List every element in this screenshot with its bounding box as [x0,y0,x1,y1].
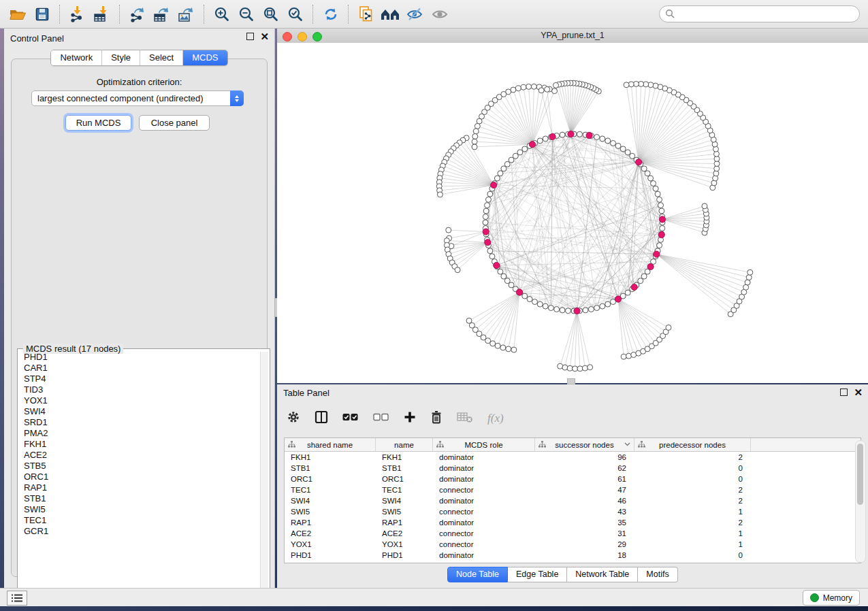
refresh-layout-button[interactable] [321,4,341,24]
mcds-hub-node[interactable] [529,142,535,148]
graph-node[interactable] [472,144,477,150]
import-network-button[interactable] [67,4,88,24]
table-row[interactable]: SWI4SWI4dominator462 [285,495,861,506]
graph-node[interactable] [653,186,658,191]
tab-edge-table[interactable]: Edge Table [508,567,567,582]
column-header-name[interactable]: name [376,438,433,451]
graph-node[interactable] [660,226,665,231]
export-network-button[interactable] [127,4,148,24]
mcds-result-item[interactable]: STB1 [19,493,260,504]
graph-node[interactable] [543,303,548,309]
float-panel-icon[interactable] [246,33,254,40]
mcds-hub-node[interactable] [615,296,621,302]
graph-node[interactable] [577,131,583,137]
graph-node[interactable] [625,150,630,155]
graph-node[interactable] [511,347,517,352]
clone-network-button[interactable] [356,4,376,24]
open-session-button[interactable] [7,4,28,24]
table-row[interactable]: ORC1ORC1dominator610 [285,474,861,484]
mcds-result-item[interactable]: RAP1 [19,482,260,493]
graph-node[interactable] [610,140,615,146]
graph-node[interactable] [638,278,643,284]
graph-node[interactable] [543,136,548,142]
graph-node[interactable] [621,354,626,359]
tab-node-table[interactable]: Node Table [447,567,508,582]
mcds-hub-node[interactable] [494,262,500,268]
graph-node[interactable] [513,153,518,159]
criterion-dropdown[interactable]: largest connected component (undirected) [31,90,244,106]
graph-node[interactable] [498,269,503,274]
first-neighbors-button[interactable] [381,4,401,24]
search-input[interactable] [675,9,859,20]
table-row[interactable]: TEC1TEC1connector472 [285,484,861,495]
mcds-result-item[interactable]: ORC1 [19,472,260,482]
graph-node[interactable] [472,133,478,139]
graph-node[interactable] [651,181,656,186]
graph-node[interactable] [624,82,629,88]
graph-node[interactable] [625,290,630,295]
graph-node[interactable] [537,138,543,144]
graph-node[interactable] [483,220,488,225]
graph-node[interactable] [485,197,491,202]
zoom-out-button[interactable] [236,4,257,24]
graph-node[interactable] [558,363,563,369]
table-row[interactable]: STB1STB1dominator620 [285,463,861,474]
graph-node[interactable] [560,132,565,137]
graph-node[interactable] [517,150,523,155]
mcds-result-item[interactable]: TEC1 [19,515,260,526]
column-header-successor-nodes[interactable]: successor nodes [535,438,634,451]
graph-node[interactable] [509,157,514,163]
mcds-hub-node[interactable] [574,308,580,314]
mcds-hub-node[interactable] [635,159,641,165]
graph-node[interactable] [515,86,521,91]
column-settings-button[interactable] [287,410,300,427]
function-builder-button[interactable]: f(x) [487,412,504,425]
graph-node[interactable] [594,134,600,139]
mcds-result-item[interactable]: SRD1 [19,417,260,428]
mcds-result-item[interactable]: SWI5 [19,504,260,515]
graph-node[interactable] [658,203,664,208]
graph-node[interactable] [554,307,560,312]
deselect-all-button[interactable] [373,412,389,425]
graph-node[interactable] [748,269,753,275]
node-table[interactable]: shared namenameMCDS rolesuccessor nodesp… [284,437,861,563]
mcds-hub-node[interactable] [658,231,664,237]
graph-node[interactable] [483,208,489,214]
task-history-button[interactable] [7,591,27,606]
graph-node[interactable] [659,208,664,214]
graph-node[interactable] [648,176,654,181]
mcds-hub-node[interactable] [659,216,665,222]
network-window-titlebar[interactable]: YPA_prune.txt_1 [277,29,868,44]
graph-node[interactable] [531,84,536,89]
network-canvas[interactable] [277,43,868,383]
graph-node[interactable] [666,325,671,330]
horizontal-splitter-handle[interactable] [567,378,575,384]
tab-network-table[interactable]: Network Table [567,567,638,582]
graph-node[interactable] [588,365,593,370]
graph-node[interactable] [548,306,553,311]
graph-node[interactable] [501,166,507,171]
table-row[interactable]: RAP1RAP1dominator352 [285,517,861,528]
graph-node[interactable] [605,301,611,307]
tab-style[interactable]: Style [101,50,140,65]
graph-node[interactable] [522,293,528,299]
export-image-button[interactable] [176,4,197,24]
graph-node[interactable] [745,280,750,285]
graph-node[interactable] [437,192,443,197]
table-scrollbar-thumb[interactable] [857,444,863,505]
mcds-result-item[interactable]: STP4 [19,374,260,384]
zoom-in-button[interactable] [212,4,232,24]
graph-node[interactable] [657,197,662,202]
add-column-button[interactable] [404,411,416,426]
float-panel-icon[interactable] [840,389,848,396]
graph-node[interactable] [600,136,605,142]
graph-node[interactable] [565,308,570,314]
mcds-result-item[interactable]: FKH1 [19,439,260,450]
mcds-hub-node[interactable] [631,284,637,290]
graph-node[interactable] [537,301,543,307]
graph-node[interactable] [645,171,650,176]
mcds-hub-node[interactable] [516,289,522,295]
graph-node[interactable] [600,303,605,309]
graph-node[interactable] [615,143,621,148]
save-session-button[interactable] [32,4,52,24]
